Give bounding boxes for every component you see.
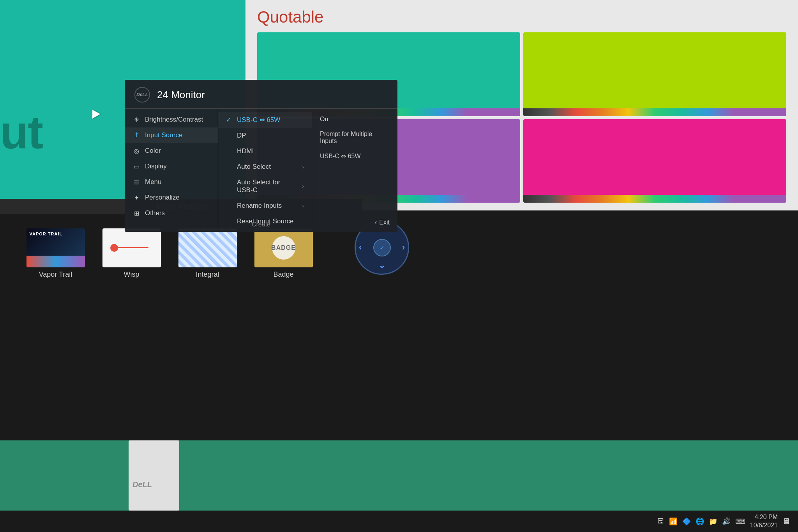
usb-c-item-left: ✓ USB-C ⇔ 65W (226, 116, 280, 124)
tile-pink-stripe (523, 195, 786, 203)
wisp-line (117, 247, 148, 248)
auto-select-value: On (320, 116, 328, 122)
tile-lime (523, 32, 786, 116)
menu-item-input-source[interactable]: ⤴ Input Source (125, 127, 218, 143)
rename-item-left: Rename Inputs (226, 202, 282, 210)
vapor-text: VAPOR TRAIL (30, 232, 63, 236)
osd-create-label: Create (252, 221, 270, 228)
osd-exit-button[interactable]: ‹ Exit (375, 219, 390, 226)
auto-usb-c-arrow: › (302, 183, 304, 189)
center-item-usb-c[interactable]: ✓ USB-C ⇔ 65W (218, 112, 312, 128)
taskbar-bluetooth-icon: 🔷 (682, 517, 691, 526)
osd-center-panel: ✓ USB-C ⇔ 65W DP HDMI Auto Sele (218, 109, 312, 230)
monitor-title: 24 Monitor (157, 89, 205, 101)
tile-lime-stripe (523, 108, 786, 116)
auto-select-label: Auto Select (237, 163, 271, 171)
menu-item-display[interactable]: ▭ Display (125, 159, 218, 174)
taskbar-usb-icon: 🖫 (657, 517, 664, 525)
taskbar-network-icon: 🌐 (696, 517, 704, 526)
others-label: Others (145, 209, 165, 217)
menu-item-brightness[interactable]: ✳ Brightness/Contrast (125, 112, 218, 127)
hdmi-item-left: HDMI (226, 147, 254, 155)
center-item-auto-select[interactable]: Auto Select › (218, 159, 312, 175)
dp-label: DP (237, 132, 246, 140)
bottom-green (0, 440, 798, 511)
taskbar-volume-icon: 🔊 (722, 517, 731, 526)
integral-pattern (178, 228, 237, 267)
thumb-wisp[interactable]: Wisp (99, 228, 164, 279)
taskbar-wifi-icon: 📶 (669, 517, 678, 526)
osd-header: DeLL 24 Monitor (125, 80, 397, 109)
create-text: Create (252, 221, 270, 228)
auto-usb-c-item-left: Auto Select for USB-C (226, 179, 297, 194)
color-label: Color (145, 147, 161, 155)
right-item-usb-c-65w: USB-C ⇔ 65W (312, 148, 397, 164)
taskbar: 🖫 📶 🔷 🌐 📁 🔊 ⌨ 4:20 PM 10/6/2021 🖥 (0, 511, 798, 532)
hdmi-label: HDMI (237, 147, 254, 155)
dell-stand-label: DeLL (132, 480, 152, 489)
right-item-on: On (312, 112, 397, 127)
dp-item-left: DP (226, 132, 246, 140)
personalize-icon: ✦ (132, 194, 140, 201)
auto-select-arrow: › (302, 164, 304, 170)
menu-item-personalize[interactable]: ✦ Personalize (125, 190, 218, 205)
taskbar-monitor-icon: 🖥 (782, 517, 790, 526)
thumb-vapor-trail[interactable]: VAPOR TRAIL Vapor Trail (23, 228, 88, 279)
osd-overlay: DeLL 24 Monitor ✳ Brightness/Contrast ⤴ … (125, 80, 397, 232)
nav-down-arrow[interactable]: ⌄ (378, 260, 385, 270)
tile-pink (523, 119, 786, 203)
personalize-label: Personalize (145, 194, 180, 201)
nav-left-arrow[interactable]: ‹ (359, 242, 362, 253)
menu-item-others[interactable]: ⊞ Others (125, 205, 218, 221)
dell-logo-text: DeLL (136, 92, 148, 97)
wisp-dot (110, 244, 118, 252)
vapor-stripe (26, 256, 85, 267)
taskbar-time: 4:20 PM 10/6/2021 (750, 513, 778, 530)
menu-item-menu[interactable]: ☰ Menu (125, 174, 218, 190)
nav-right-arrow[interactable]: › (402, 242, 405, 253)
dell-logo: DeLL (134, 87, 150, 103)
osd-right-panel: On Prompt for Multiple Inputs USB-C ⇔ 65… (312, 109, 397, 230)
bg-text: ut (0, 105, 42, 159)
center-item-dp[interactable]: DP (218, 128, 312, 143)
rename-arrow: › (302, 203, 304, 209)
others-icon: ⊞ (132, 210, 140, 217)
taskbar-keyboard-icon: ⌨ (735, 517, 745, 526)
vapor-trail-image: VAPOR TRAIL (26, 228, 85, 267)
rename-label: Rename Inputs (237, 202, 282, 210)
usb-c-label: USB-C ⇔ 65W (237, 116, 280, 124)
badge-label: Badge (273, 270, 293, 279)
brightness-label: Brightness/Contrast (145, 116, 203, 124)
input-source-label: Input Source (145, 131, 182, 139)
check-icon: ✓ (226, 116, 233, 124)
center-item-rename-inputs[interactable]: Rename Inputs › (218, 198, 312, 214)
center-item-hdmi[interactable]: HDMI (218, 143, 312, 159)
color-icon: ◎ (132, 147, 140, 155)
nav-center-button[interactable]: ✓ (373, 239, 391, 256)
time-display: 4:20 PM (750, 513, 778, 521)
input-source-icon: ⤴ (132, 132, 140, 139)
taskbar-folder-icon: 📁 (709, 517, 717, 526)
tile-pink-main (523, 119, 786, 195)
thumb-badge[interactable]: BADGE Badge (251, 228, 316, 279)
menu-icon: ☰ (132, 179, 140, 186)
menu-label: Menu (145, 178, 162, 186)
prompt-multiple-label: Prompt for Multiple Inputs (320, 131, 372, 144)
quotable-title: Quotable (257, 8, 786, 27)
monitor-stand (129, 440, 179, 511)
tile-lime-main (523, 32, 786, 108)
wisp-image (102, 228, 161, 267)
center-item-auto-select-usb-c[interactable]: Auto Select for USB-C › (218, 175, 312, 198)
menu-item-color[interactable]: ◎ Color (125, 143, 218, 159)
usb-c-65w-label: USB-C ⇔ 65W (320, 153, 361, 159)
integral-image (178, 228, 237, 267)
vapor-trail-label: Vapor Trail (39, 270, 72, 279)
right-item-prompt: Prompt for Multiple Inputs (312, 127, 397, 148)
brightness-icon: ✳ (132, 116, 140, 124)
thumb-integral[interactable]: Integral (175, 228, 240, 279)
osd-left-menu: ✳ Brightness/Contrast ⤴ Input Source ◎ C… (125, 109, 218, 230)
badge-circle: BADGE (272, 236, 295, 260)
display-label: Display (145, 163, 167, 170)
date-display: 10/6/2021 (750, 521, 778, 530)
integral-label: Integral (196, 270, 219, 279)
